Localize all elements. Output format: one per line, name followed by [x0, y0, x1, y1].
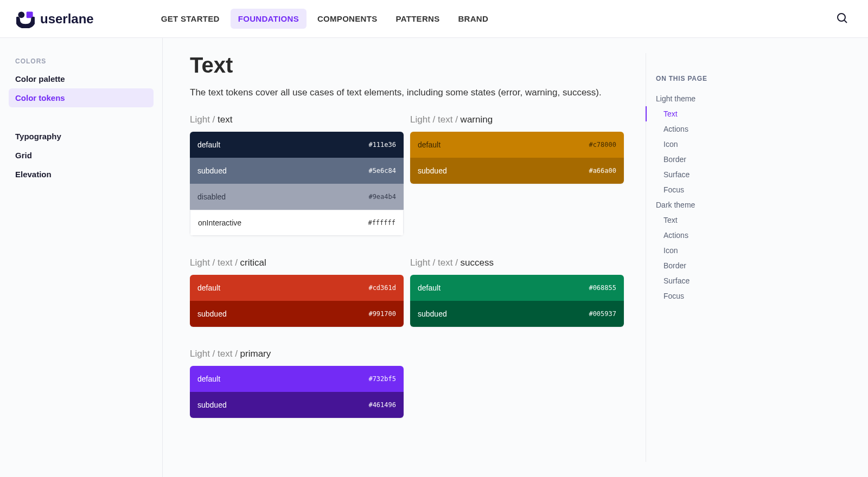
swatch-hex: #068855 [589, 284, 616, 292]
swatch-name: default [418, 140, 441, 149]
token-group-title: Light / text / critical [190, 257, 404, 268]
color-swatch[interactable]: subdued#461496 [190, 392, 404, 418]
sidebar-color-group: Color paletteColor tokens [9, 69, 154, 107]
nav-item-foundations[interactable]: FOUNDATIONS [231, 9, 307, 29]
sidebar-other-group: TypographyGridElevation [9, 127, 154, 184]
brand-name: userlane [40, 11, 94, 27]
color-swatch[interactable]: subdued#5e6c84 [190, 158, 404, 184]
swatch-hex: #732bf5 [368, 375, 396, 383]
swatches: default#111e36subdued#5e6c84disabled#9ea… [190, 132, 404, 236]
nav-item-get-started[interactable]: GET STARTED [154, 9, 227, 29]
sidebar-item-typography[interactable]: Typography [9, 127, 154, 146]
sidebar-item-color-tokens[interactable]: Color tokens [9, 88, 154, 107]
app-header: userlane GET STARTEDFOUNDATIONSCOMPONENT… [0, 0, 868, 38]
token-group-title: Light / text / warning [410, 114, 624, 125]
content: Text The text tokens cover all use cases… [190, 53, 624, 462]
token-grid: Light / textdefault#111e36subdued#5e6c84… [190, 114, 624, 433]
nav-item-brand[interactable]: BRAND [450, 9, 496, 29]
content-wrap: COLORS Color paletteColor tokens Typogra… [0, 38, 868, 477]
sidebar-item-elevation[interactable]: Elevation [9, 165, 154, 184]
toc-item-actions[interactable]: Actions [656, 228, 776, 243]
swatch-hex: #ffffff [368, 219, 395, 227]
swatch-name: default [197, 375, 220, 383]
swatch-name: subdued [418, 310, 447, 318]
token-group [410, 349, 624, 418]
toc-item-light-theme[interactable]: Light theme [656, 91, 776, 106]
toc-item-focus[interactable]: Focus [656, 288, 776, 304]
swatches: default#068855subdued#005937 [410, 275, 624, 327]
token-group: Light / text / primarydefault#732bf5subd… [190, 349, 404, 418]
toc-item-icon[interactable]: Icon [656, 137, 776, 152]
color-swatch[interactable]: default#068855 [410, 275, 624, 301]
swatch-name: default [197, 283, 220, 292]
sidebar-section-title: COLORS [9, 53, 154, 69]
primary-nav: GET STARTEDFOUNDATIONSCOMPONENTSPATTERNS… [154, 9, 496, 29]
sidebar-item-color-palette[interactable]: Color palette [9, 69, 154, 88]
toc-item-text[interactable]: Text [656, 212, 776, 228]
toc-item-text[interactable]: Text [656, 106, 776, 121]
swatch-name: default [418, 283, 441, 292]
toc-item-dark-theme[interactable]: Dark theme [656, 197, 776, 212]
token-group: Light / text / successdefault#068855subd… [410, 257, 624, 327]
color-swatch[interactable]: default#cd361d [190, 275, 404, 301]
svg-rect-0 [27, 11, 33, 18]
toc-title: ON THIS PAGE [656, 75, 776, 82]
page-intro: The text tokens cover all use cases of t… [190, 87, 624, 98]
svg-line-3 [845, 20, 847, 23]
swatch-name: disabled [197, 192, 226, 201]
page-title: Text [190, 53, 624, 78]
swatch-hex: #c78000 [589, 141, 616, 149]
brand-logo-mark [16, 10, 35, 28]
color-swatch[interactable]: default#732bf5 [190, 366, 404, 392]
svg-point-1 [18, 11, 24, 18]
swatches: default#c78000subdued#a66a00 [410, 132, 624, 184]
nav-item-components[interactable]: COMPONENTS [310, 9, 385, 29]
token-group: Light / textdefault#111e36subdued#5e6c84… [190, 114, 404, 236]
main: Text The text tokens cover all use cases… [163, 38, 868, 477]
swatch-name: subdued [197, 401, 227, 409]
token-group-title: Light / text [190, 114, 404, 125]
search-icon [835, 11, 848, 24]
swatch-hex: #cd361d [368, 284, 396, 292]
svg-point-2 [838, 14, 845, 21]
brand-logo[interactable]: userlane [16, 10, 94, 28]
toc-item-border[interactable]: Border [656, 258, 776, 273]
color-swatch[interactable]: disabled#9ea4b4 [190, 184, 404, 210]
toc-item-surface[interactable]: Surface [656, 273, 776, 288]
toc-item-surface[interactable]: Surface [656, 167, 776, 182]
toc-item-actions[interactable]: Actions [656, 121, 776, 137]
swatch-name: onInteractive [198, 218, 241, 227]
color-swatch[interactable]: default#c78000 [410, 132, 624, 158]
swatch-name: default [197, 140, 220, 149]
token-group: Light / text / criticaldefault#cd361dsub… [190, 257, 404, 327]
swatch-hex: #111e36 [368, 141, 396, 149]
swatches: default#cd361dsubdued#991700 [190, 275, 404, 327]
toc-item-focus[interactable]: Focus [656, 182, 776, 197]
table-of-contents: ON THIS PAGE Light themeTextActionsIconB… [646, 53, 776, 462]
nav-item-patterns[interactable]: PATTERNS [388, 9, 447, 29]
swatch-hex: #461496 [368, 401, 396, 409]
swatch-name: subdued [197, 166, 227, 175]
swatch-name: subdued [418, 166, 447, 175]
color-swatch[interactable]: default#111e36 [190, 132, 404, 158]
color-swatch[interactable]: onInteractive#ffffff [190, 210, 404, 236]
token-group: Light / text / warningdefault#c78000subd… [410, 114, 624, 236]
color-swatch[interactable]: subdued#991700 [190, 301, 404, 327]
toc-item-border[interactable]: Border [656, 152, 776, 167]
swatch-hex: #9ea4b4 [368, 193, 396, 201]
swatches: default#732bf5subdued#461496 [190, 366, 404, 418]
token-group-title: Light / text / success [410, 257, 624, 268]
swatch-name: subdued [197, 310, 227, 318]
color-swatch[interactable]: subdued#005937 [410, 301, 624, 327]
swatch-hex: #991700 [368, 310, 396, 318]
toc-item-icon[interactable]: Icon [656, 243, 776, 258]
sidebar-item-grid[interactable]: Grid [9, 146, 154, 165]
sidebar: COLORS Color paletteColor tokens Typogra… [0, 38, 163, 477]
swatch-hex: #5e6c84 [368, 167, 396, 175]
toc-items: Light themeTextActionsIconBorderSurfaceF… [656, 91, 776, 304]
swatch-hex: #a66a00 [589, 167, 616, 175]
search-button[interactable] [832, 8, 852, 30]
color-swatch[interactable]: subdued#a66a00 [410, 158, 624, 184]
token-group-title: Light / text / primary [190, 349, 404, 359]
swatch-hex: #005937 [589, 310, 616, 318]
